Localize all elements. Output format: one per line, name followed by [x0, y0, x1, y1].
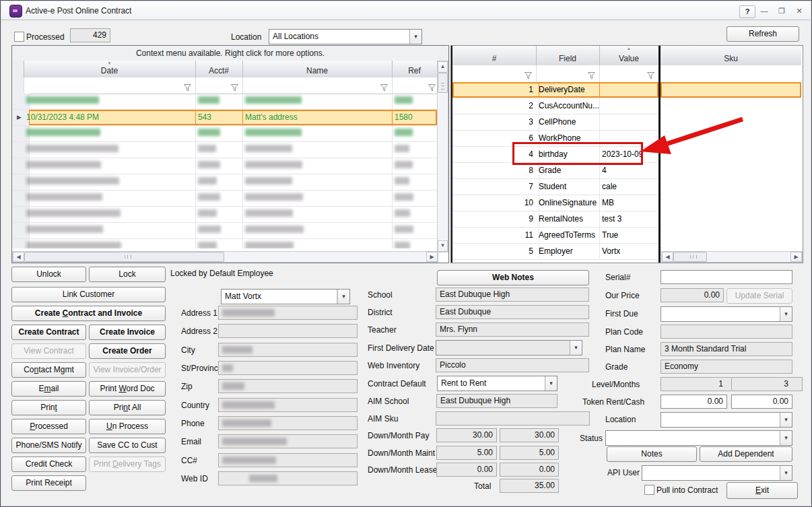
field-row[interactable]: 11AgreedToTermsTrue: [452, 228, 658, 244]
customer-select[interactable]: Matt Vortx ▾: [221, 289, 350, 304]
serial-field[interactable]: [661, 270, 792, 284]
processed-button[interactable]: Processed: [11, 419, 86, 434]
field-row[interactable]: 8Grade4: [452, 163, 658, 179]
add-dependent-button[interactable]: Add Dependent: [700, 446, 792, 462]
print-all-button[interactable]: Print All: [89, 400, 166, 415]
scroll-right-icon[interactable]: ▶: [790, 252, 802, 262]
phone-field[interactable]: [218, 416, 358, 430]
chevron-down-icon[interactable]: ▾: [570, 341, 582, 355]
month-pay-field[interactable]: 30.00: [500, 428, 559, 442]
contract-row[interactable]: [12, 158, 437, 174]
contract-row[interactable]: [12, 207, 437, 223]
column-header-value[interactable]: ▲ Value: [599, 46, 659, 65]
filter-cell-field[interactable]: [536, 65, 600, 82]
filter-icon[interactable]: [647, 70, 654, 82]
down-maint-field[interactable]: 5.00: [436, 446, 497, 460]
api-user-select[interactable]: ▾: [642, 465, 792, 481]
location-select[interactable]: All Locations ▾: [269, 29, 422, 44]
scroll-thumb[interactable]: [24, 252, 224, 262]
chevron-down-icon[interactable]: ▾: [780, 431, 792, 445]
view-contract-button[interactable]: View Contract: [11, 343, 86, 359]
first-due-select[interactable]: ▾: [661, 306, 792, 322]
chevron-down-icon[interactable]: ▾: [409, 30, 421, 44]
month-lease-field[interactable]: 0.00: [500, 463, 559, 477]
level-stepper[interactable]: 1: [661, 377, 737, 391]
contract-row[interactable]: [12, 223, 437, 239]
aim-sku-field[interactable]: [436, 411, 590, 426]
contracts-vscrollbar[interactable]: ▲ ▼: [437, 61, 448, 252]
selected-contract-row[interactable]: ▶10/31/2023 4:48 PM543Matt's address1580: [12, 110, 437, 126]
update-serial-button[interactable]: Update Serial: [726, 288, 792, 304]
column-header-sku[interactable]: Sku: [661, 46, 801, 65]
contract-row[interactable]: [12, 94, 437, 110]
district-field[interactable]: East Dubuque: [436, 305, 589, 319]
plan-code-field[interactable]: [661, 325, 792, 339]
contact-mgmt-button[interactable]: Contact Mgmt: [11, 362, 86, 378]
save-cc-to-cust-button[interactable]: Save CC to Cust: [89, 438, 166, 453]
web-inventory-field[interactable]: Piccolo: [436, 358, 589, 372]
email-field[interactable]: [218, 434, 358, 448]
refresh-button[interactable]: Refresh: [726, 26, 799, 42]
print-word-doc-button[interactable]: Print Word Doc: [89, 381, 166, 397]
school-field[interactable]: East Dubuque High: [436, 288, 589, 302]
print-receipt-button[interactable]: Print Receipt: [11, 475, 86, 491]
filter-icon[interactable]: [231, 82, 238, 94]
grade-field[interactable]: Economy: [661, 360, 792, 374]
un-process-button[interactable]: Un Process: [89, 419, 166, 434]
plan-location-select[interactable]: ▾: [661, 412, 792, 428]
webid-field[interactable]: [218, 471, 358, 485]
field-row[interactable]: 7Studentcale: [452, 179, 658, 195]
first-delivery-date-select[interactable]: ▾: [436, 340, 582, 356]
chevron-down-icon[interactable]: ▾: [780, 466, 792, 480]
restore-button[interactable]: ❐: [774, 5, 789, 17]
column-header-ref[interactable]: Ref: [392, 61, 437, 77]
unlock-button[interactable]: Unlock: [11, 267, 86, 282]
filter-icon[interactable]: [525, 70, 532, 82]
down-pay-field[interactable]: 30.00: [436, 428, 497, 442]
email-button[interactable]: Email: [11, 381, 86, 397]
city-field[interactable]: [218, 343, 358, 357]
sku-hscrollbar[interactable]: ◀ ▶: [661, 251, 803, 263]
contract-default-select[interactable]: Rent to Rent ▾: [437, 376, 557, 391]
months-stepper[interactable]: 3: [731, 377, 803, 391]
address2-field[interactable]: [218, 324, 358, 338]
notes-button[interactable]: Notes: [607, 446, 697, 462]
filter-cell-sku[interactable]: [661, 65, 801, 82]
help-button[interactable]: ?: [739, 5, 755, 18]
field-row[interactable]: 10OnlineSignatureMB: [452, 195, 658, 211]
month-maint-field[interactable]: 5.00: [500, 446, 559, 460]
filter-cell-date[interactable]: [24, 77, 196, 94]
teacher-field[interactable]: Mrs. Flynn: [436, 323, 589, 337]
contract-row[interactable]: [12, 191, 437, 207]
create-contract-and-invoice-button[interactable]: Create Contract and Invoice: [11, 306, 166, 321]
create-invoice-button[interactable]: Create Invoice: [89, 325, 166, 340]
print-button[interactable]: Print: [11, 400, 86, 415]
filter-cell-num[interactable]: [452, 65, 537, 82]
filter-icon[interactable]: [588, 70, 595, 82]
contract-row[interactable]: [12, 174, 437, 191]
column-header-name[interactable]: Name: [242, 61, 393, 77]
lock-button[interactable]: Lock: [89, 267, 166, 282]
contract-row[interactable]: [12, 239, 437, 248]
pull-into-contract-checkbox[interactable]: [644, 485, 654, 495]
contract-row[interactable]: [12, 142, 437, 158]
link-customer-button[interactable]: Link Customer: [11, 287, 166, 302]
view-invoice-order-button[interactable]: View Invoice/Order: [89, 362, 166, 378]
contract-row[interactable]: [12, 126, 437, 142]
filter-icon[interactable]: [380, 82, 388, 94]
contracts-hscrollbar[interactable]: ◀ ▶: [12, 251, 438, 263]
processed-checkbox[interactable]: [14, 32, 24, 42]
chevron-down-icon[interactable]: ▾: [780, 413, 792, 427]
selected-field-row[interactable]: 1DeliveryDate: [452, 82, 658, 98]
filter-icon[interactable]: [428, 82, 436, 94]
web-notes-button[interactable]: Web Notes: [437, 270, 589, 285]
minimize-button[interactable]: —: [757, 5, 772, 17]
scroll-down-icon[interactable]: ▼: [438, 240, 448, 252]
scroll-left-icon[interactable]: ◀: [662, 252, 673, 262]
credit-check-button[interactable]: Credit Check: [11, 457, 86, 472]
field-row[interactable]: 9RentalNotestest 3: [452, 211, 658, 228]
chevron-down-icon[interactable]: ▾: [780, 307, 792, 321]
address1-field[interactable]: [218, 306, 358, 320]
country-field[interactable]: [218, 398, 358, 412]
status-select[interactable]: ▾: [605, 430, 792, 446]
